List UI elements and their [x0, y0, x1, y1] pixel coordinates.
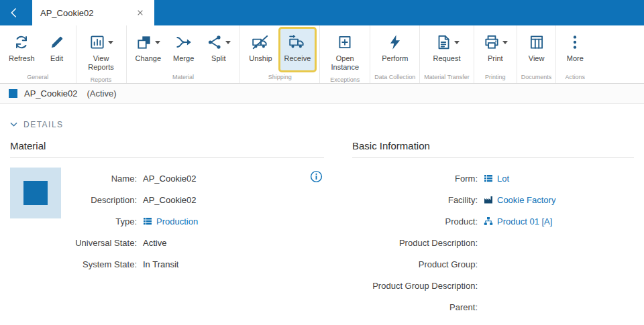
change-icon: [136, 34, 153, 51]
field-label: Description:: [64, 195, 143, 205]
button-label: Unship: [249, 54, 272, 63]
chevron-down-icon: [10, 122, 17, 127]
field-value: AP_Cookie02: [143, 174, 197, 184]
field-universal-state: Universal State: Active: [64, 232, 324, 253]
details-section-toggle[interactable]: DETAILS: [0, 104, 644, 137]
change-button[interactable]: Change: [129, 27, 168, 72]
info-icon: [310, 170, 323, 183]
dropdown-caret-icon: [225, 41, 231, 47]
button-label: Print: [488, 54, 503, 63]
ribbon-group-reports: View Reports Reports: [76, 25, 127, 83]
ribbon-group-data-collection: Perform Data Collection: [370, 25, 420, 83]
field-system-state: System State: In Transit: [64, 253, 324, 275]
field-description: Description: AP_Cookie02: [64, 189, 324, 210]
merge-button[interactable]: Merge: [167, 27, 200, 72]
group-label: Printing: [477, 72, 514, 83]
details-section-title: DETAILS: [23, 120, 64, 129]
field-label: Product:: [352, 216, 484, 226]
info-button[interactable]: [310, 170, 323, 186]
receive-button[interactable]: Receive: [278, 27, 317, 72]
open-instance-button[interactable]: Open Instance: [323, 27, 367, 75]
chevron-left-icon: [8, 7, 20, 19]
button-label: Merge: [173, 54, 194, 63]
tab-label: AP_Cookie02: [40, 8, 94, 18]
button-label: Open Instance: [329, 54, 361, 72]
instance-status: (Active): [87, 88, 117, 99]
edit-icon: [48, 34, 66, 51]
field-label: Name:: [64, 174, 143, 184]
view-reports-button[interactable]: View Reports: [79, 27, 123, 75]
material-thumbnail-square: [23, 181, 48, 205]
vertical-ellipsis-icon: [566, 34, 584, 51]
list-grid-icon: [484, 174, 493, 183]
field-facility: Facility: Cookie Factory: [352, 189, 634, 210]
view-documents-button[interactable]: View: [521, 27, 553, 72]
merge-icon: [175, 34, 193, 51]
back-button[interactable]: [0, 0, 28, 25]
split-button[interactable]: Split: [200, 27, 237, 72]
form-link[interactable]: Lot: [497, 174, 509, 184]
unship-truck-icon: [252, 34, 269, 51]
close-tab-button[interactable]: [134, 7, 146, 19]
material-panel-header: Material: [10, 140, 324, 158]
group-label: Shipping: [243, 72, 317, 83]
group-label: Exceptions: [323, 75, 367, 86]
open-instance-icon: [336, 34, 354, 51]
button-label: View: [529, 54, 545, 63]
refresh-button[interactable]: Refresh: [3, 27, 41, 72]
field-parent: Parent:: [352, 296, 634, 318]
dropdown-caret-icon: [155, 41, 160, 47]
field-label: System State:: [64, 259, 143, 269]
group-label: Material Transfer: [423, 72, 471, 83]
group-label: Data Collection: [373, 72, 417, 83]
group-label: General: [3, 72, 73, 83]
field-form: Form: Lot: [352, 168, 634, 189]
field-label: Facility:: [352, 195, 484, 205]
ribbon-group-general: Refresh Edit General: [0, 25, 76, 83]
instance-title: AP_Cookie02: [24, 88, 78, 99]
button-label: Perform: [382, 54, 408, 63]
material-panel: Material Name: AP_Cookie02 Description: …: [10, 140, 324, 318]
field-product: Product: Product 01 [A]: [352, 210, 634, 232]
field-label: Parent:: [352, 302, 484, 312]
field-value: Active: [143, 238, 166, 248]
button-label: Receive: [284, 54, 311, 63]
field-label: Type:: [64, 216, 143, 226]
factory-icon: [484, 195, 493, 204]
button-label: Refresh: [9, 54, 35, 63]
button-label: Split: [211, 54, 225, 63]
field-product-description: Product Description:: [352, 232, 634, 253]
ribbon-group-material: Change Merge Split Material: [127, 25, 241, 83]
ribbon-group-documents: View Documents: [517, 25, 557, 83]
tab-ap-cookie02[interactable]: AP_Cookie02: [32, 0, 154, 25]
unship-button[interactable]: Unship: [243, 27, 278, 72]
request-button[interactable]: Request: [427, 27, 467, 72]
printer-icon: [483, 34, 500, 51]
field-label: Product Group:: [352, 259, 484, 269]
basic-information-panel: Basic Information Form: Lot Facility: Co…: [352, 140, 634, 318]
ribbon-group-material-transfer: Request Material Transfer: [420, 25, 474, 83]
ribbon-group-shipping: Unship Receive Shipping: [240, 25, 320, 83]
report-chart-icon: [89, 34, 106, 51]
ribbon-group-printing: Print Printing: [474, 25, 517, 83]
field-value: AP_Cookie02: [143, 195, 197, 205]
field-type: Type: Production: [64, 210, 324, 232]
product-hierarchy-icon: [484, 216, 493, 226]
button-label: More: [567, 54, 584, 63]
close-icon: [137, 9, 144, 16]
product-link[interactable]: Product 01 [A]: [497, 216, 552, 226]
button-label: View Reports: [85, 54, 117, 72]
lightning-bolt-icon: [386, 34, 404, 51]
material-thumbnail: [10, 168, 61, 218]
type-link[interactable]: Production: [156, 216, 198, 226]
edit-button[interactable]: Edit: [41, 27, 73, 72]
perform-button[interactable]: Perform: [376, 27, 414, 72]
refresh-icon: [13, 34, 30, 51]
button-label: Request: [433, 54, 461, 63]
facility-link[interactable]: Cookie Factory: [497, 195, 555, 205]
ribbon-group-exceptions: Open Instance Exceptions: [320, 25, 370, 83]
print-button[interactable]: Print: [477, 27, 514, 72]
dropdown-caret-icon: [502, 41, 508, 47]
field-name: Name: AP_Cookie02: [64, 168, 324, 189]
more-button[interactable]: More: [559, 27, 591, 72]
